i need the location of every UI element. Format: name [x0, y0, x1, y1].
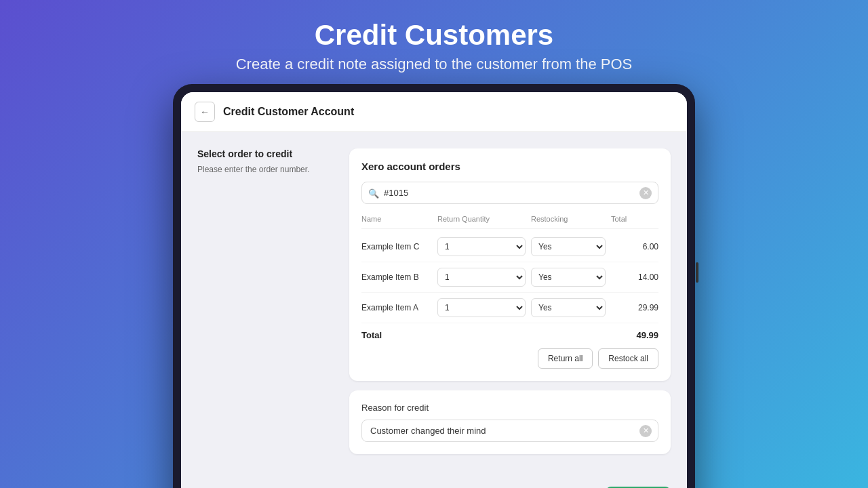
app-bar-title: Credit Customer Account [223, 106, 354, 118]
page-header: Credit Customers Create a credit note as… [236, 0, 633, 84]
search-input[interactable] [361, 182, 658, 204]
item-total-b: 14.00 [611, 272, 658, 282]
back-button[interactable]: ← [195, 102, 215, 122]
item-name-a: Example Item A [361, 303, 432, 312]
right-panel: Xero account orders 🔍 ✕ Name Return Quan… [349, 148, 671, 464]
restock-select-a[interactable]: YesNo [531, 298, 606, 317]
return-all-button[interactable]: Return all [538, 348, 593, 369]
col-name: Name [361, 215, 432, 223]
tablet-screen: ← Credit Customer Account Select order t… [181, 92, 687, 488]
col-restocking: Restocking [531, 215, 606, 223]
col-return-qty: Return Quantity [437, 215, 526, 223]
page-subtitle: Create a credit note assigned to the cus… [236, 56, 633, 73]
reason-input-wrap: ✕ [361, 420, 658, 442]
app-bar: ← Credit Customer Account [181, 92, 687, 132]
action-row: Return all Restock all [361, 348, 658, 369]
reason-label: Reason for credit [361, 403, 658, 413]
table-header: Name Return Quantity Restocking Total [361, 215, 658, 229]
side-button [696, 262, 698, 283]
select-order-desc: Please enter the order number. [197, 165, 333, 174]
xero-orders-title: Xero account orders [361, 161, 658, 172]
table-row: Example Item B 123 YesNo 14.00 [361, 262, 658, 293]
item-total-a: 29.99 [611, 303, 658, 312]
clear-search-icon[interactable]: ✕ [639, 187, 652, 199]
items-table: Name Return Quantity Restocking Total Ex… [361, 215, 658, 369]
main-content: Select order to credit Please enter the … [181, 132, 687, 480]
left-panel: Select order to credit Please enter the … [197, 148, 333, 464]
col-total: Total [611, 215, 658, 223]
tablet-frame: ← Credit Customer Account Select order t… [173, 84, 695, 488]
qty-select-c[interactable]: 123 [437, 237, 526, 256]
item-total-c: 6.00 [611, 242, 658, 251]
restock-all-button[interactable]: Restock all [598, 348, 658, 369]
total-label: Total [361, 330, 432, 340]
credit-btn-row: Credit [181, 480, 687, 488]
total-amount: 49.99 [611, 330, 658, 340]
select-order-heading: Select order to credit [197, 148, 333, 159]
qty-select-b[interactable]: 123 [437, 268, 526, 287]
table-row: Example Item A 123 YesNo 29.99 [361, 293, 658, 323]
reason-card: Reason for credit ✕ [349, 390, 671, 454]
xero-orders-card: Xero account orders 🔍 ✕ Name Return Quan… [349, 148, 671, 381]
item-name-b: Example Item B [361, 272, 432, 282]
search-box: 🔍 ✕ [361, 182, 658, 204]
restock-select-c[interactable]: YesNo [531, 237, 606, 256]
table-row: Example Item C 123 YesNo 6.00 [361, 232, 658, 262]
restock-select-b[interactable]: YesNo [531, 268, 606, 287]
clear-reason-icon[interactable]: ✕ [639, 425, 652, 437]
back-icon: ← [200, 106, 210, 117]
search-icon: 🔍 [368, 188, 379, 198]
item-name-c: Example Item C [361, 242, 432, 251]
page-title: Credit Customers [236, 19, 633, 52]
qty-select-a[interactable]: 123 [437, 298, 526, 317]
reason-input[interactable] [361, 420, 658, 442]
total-row: Total 49.99 [361, 323, 658, 344]
